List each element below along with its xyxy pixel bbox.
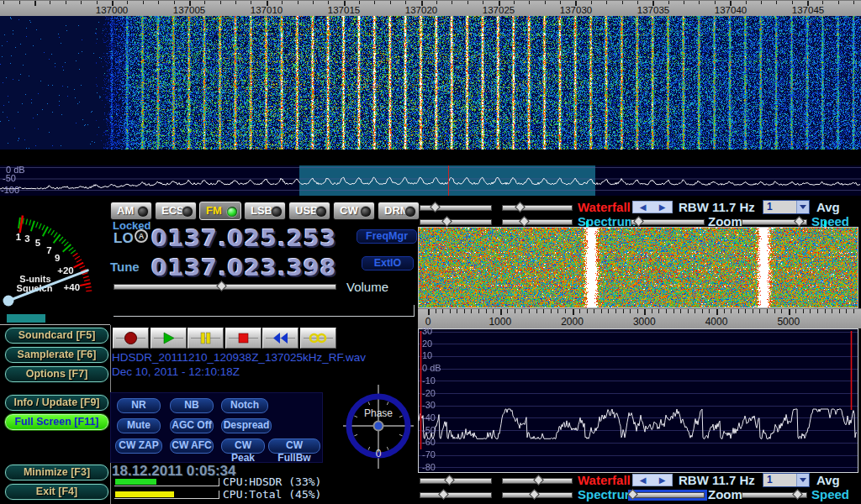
cw-fullbw-button[interactable]: CW FullBw	[268, 438, 320, 454]
cw-afc-button[interactable]: CW AFC	[170, 438, 214, 454]
full-screen-button[interactable]: Full Screen [F11]	[5, 414, 108, 430]
extio-button[interactable]: ExtIO	[362, 256, 414, 270]
waterfall-brightness-slider[interactable]	[420, 205, 492, 211]
spectrum-brightness-slider[interactable]	[420, 492, 492, 498]
soundcard-button[interactable]: Soundcard [F5]	[5, 328, 108, 344]
play-button[interactable]	[151, 328, 187, 349]
speed-slider-thumb[interactable]	[792, 489, 803, 500]
mode-button-drm[interactable]: DRM	[378, 202, 420, 220]
scale-tick	[500, 309, 502, 315]
panorama-waterfall[interactable]	[0, 0, 861, 150]
waterfall-contrast-slider[interactable]	[502, 205, 573, 211]
scale-tick	[19, 1, 20, 4]
left-arrow-icon[interactable]: ◀	[640, 202, 647, 212]
zoom-slider[interactable]	[631, 492, 705, 498]
avg-dropdown[interactable]: 1	[763, 200, 810, 214]
audio-waterfall[interactable]	[419, 228, 858, 307]
scale-tick	[789, 309, 790, 315]
minimize-button[interactable]: Minimize [F3]	[5, 465, 108, 480]
waterfall-brightness-slider-thumb[interactable]	[430, 202, 441, 213]
record-button[interactable]	[113, 328, 149, 349]
audio-frequency-scale[interactable]: 010002000300040005000	[418, 308, 861, 328]
rewind-button[interactable]	[262, 328, 298, 349]
info-update-button[interactable]: Info / Update [F9]	[5, 395, 108, 411]
loop-button[interactable]	[300, 328, 336, 349]
scale-tick	[803, 309, 804, 313]
mode-button-lsb[interactable]: LSB	[244, 202, 286, 220]
cw-peak-button[interactable]: CW Peak	[221, 438, 265, 454]
waterfall-brightness-slider[interactable]	[420, 478, 492, 484]
scale-tick	[174, 1, 175, 4]
scale-tick	[298, 1, 298, 4]
rf-frequency-scale[interactable]: 1370001370051370101370151370201370251370…	[0, 0, 861, 16]
mode-button-ecss[interactable]: ECSS	[155, 202, 197, 220]
volume-slider-thumb[interactable]	[216, 281, 227, 291]
spectrum-brightness-slider-thumb[interactable]	[441, 216, 452, 227]
despread-button[interactable]: Despread	[221, 418, 272, 433]
waterfall-contrast-slider-thumb[interactable]	[533, 475, 544, 486]
scale-label: 3000	[633, 316, 656, 328]
tune-frequency-display[interactable]: 0137.023.398	[151, 255, 336, 281]
mute-button[interactable]: Mute	[117, 418, 161, 433]
waterfall-contrast-slider[interactable]	[502, 478, 573, 484]
scale-tick	[81, 1, 82, 4]
panorama-spectrum[interactable]	[0, 165, 861, 196]
scale-tick	[622, 1, 623, 4]
mode-button-fm[interactable]: FM	[199, 202, 241, 220]
volume-slider[interactable]	[114, 284, 336, 290]
zoom-slider[interactable]	[631, 219, 705, 225]
cpu-hdsdr-bar	[114, 478, 219, 486]
samplerate-button[interactable]: Samplerate [F6]	[5, 347, 108, 363]
rbw-spinner[interactable]: ◀▶	[632, 474, 673, 486]
avg-dropdown[interactable]: 1	[763, 473, 810, 487]
chevron-down-icon[interactable]	[796, 201, 809, 213]
spectrum-brightness-slider-thumb[interactable]	[438, 489, 449, 500]
scale-tick	[746, 1, 747, 4]
squelch-level-bar[interactable]	[7, 314, 45, 323]
mode-button-am[interactable]: AM	[110, 202, 152, 220]
spectrum-contrast-slider[interactable]	[502, 492, 573, 498]
speed-slider-thumb[interactable]	[795, 216, 806, 227]
right-arrow-icon[interactable]: ▶	[659, 202, 666, 212]
right-arrow-icon[interactable]: ▶	[659, 475, 666, 485]
mode-led-fm	[227, 207, 237, 217]
rbw-readout: RBW 11.7 Hz	[679, 473, 755, 487]
scale-tick	[745, 309, 746, 313]
cw-zap-button[interactable]: CW ZAP	[115, 438, 162, 454]
scale-tick	[637, 309, 638, 313]
scale-label: 2000	[561, 316, 584, 328]
lo-frequency-display[interactable]: 0137.025.253	[151, 225, 336, 251]
mode-button-usb[interactable]: USB	[288, 202, 330, 220]
scale-tick	[761, 1, 762, 4]
audio-spectrum[interactable]	[419, 329, 858, 472]
scale-tick	[838, 1, 839, 4]
speed-slider[interactable]	[742, 492, 807, 498]
db-label: -50	[422, 425, 436, 435]
avg-dropdown-value: 1	[763, 474, 796, 486]
spectrum-contrast-slider[interactable]	[502, 219, 573, 225]
mode-button-cw[interactable]: CW	[333, 202, 375, 220]
zoom-label: Zoom	[708, 487, 742, 501]
waterfall-brightness-slider-thumb[interactable]	[444, 475, 455, 486]
scale-tick	[536, 309, 537, 313]
options-button[interactable]: Options [F7]	[5, 366, 108, 382]
rbw-spinner[interactable]: ◀▶	[632, 201, 673, 213]
spectrum-contrast-slider-thumb[interactable]	[519, 216, 530, 227]
nb-button[interactable]: NB	[170, 398, 214, 413]
spectrum-brightness-slider[interactable]	[420, 219, 492, 225]
freqmgr-button[interactable]: FreqMgr	[357, 229, 417, 244]
speed-slider[interactable]	[742, 219, 807, 225]
waterfall-contrast-slider-thumb[interactable]	[515, 202, 526, 213]
spectrum-contrast-slider-thumb[interactable]	[529, 489, 540, 500]
lo-auto-lock-badge[interactable]: A	[135, 229, 148, 243]
stop-button[interactable]	[225, 328, 261, 349]
agc-off-button[interactable]: AGC Off	[170, 418, 214, 433]
notch-button[interactable]: Notch	[221, 398, 268, 413]
chevron-down-icon[interactable]	[796, 474, 809, 486]
exit-button[interactable]: Exit [F4]	[5, 484, 108, 500]
nr-button[interactable]: NR	[117, 398, 161, 413]
scale-tick	[839, 309, 840, 313]
scale-tick	[436, 1, 437, 4]
left-arrow-icon[interactable]: ◀	[640, 475, 647, 485]
pause-button[interactable]	[188, 328, 224, 349]
